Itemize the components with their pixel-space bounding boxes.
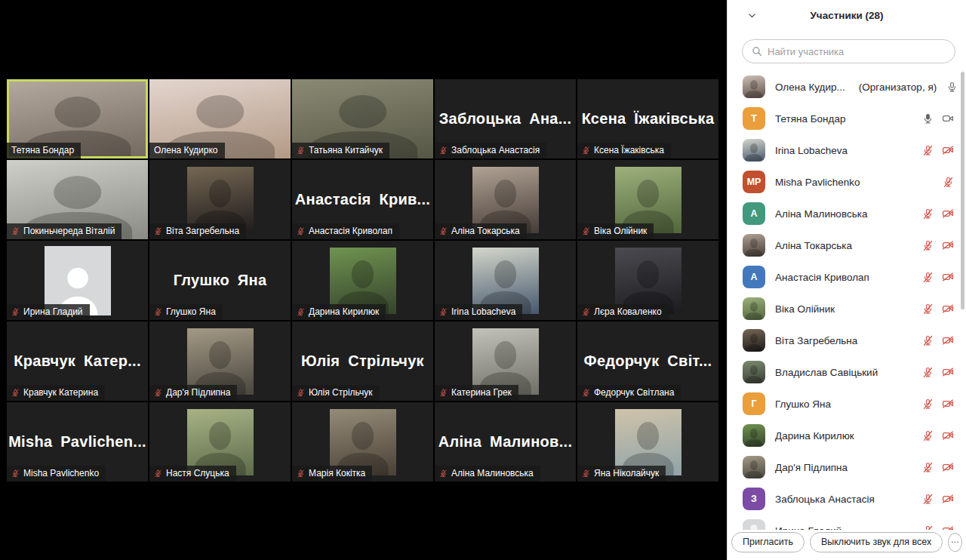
participant-row[interactable]: Владислав Савіцький	[743, 356, 954, 388]
participant-avatar	[743, 456, 765, 478]
participant-row[interactable]: Дарина Кирилюк	[743, 420, 954, 451]
participant-name: Аліна Малиновська	[775, 208, 867, 220]
tile-name-label: Анастасія Криволап	[292, 223, 399, 239]
tile-name-text: Олена Кудирко	[154, 145, 218, 155]
participant-avatar: Г	[743, 392, 765, 415]
participant-row[interactable]: Олена Кудир... (Организатор, я)	[743, 71, 954, 103]
participant-status-icons	[922, 303, 954, 315]
camera-off-icon	[942, 208, 954, 220]
tile-name-label: Юлія Стрільчук	[292, 385, 380, 401]
video-tile[interactable]: Яна Ніколайчук	[577, 402, 718, 482]
tile-name-text: Яна Ніколайчук	[594, 468, 659, 478]
mic-muted-icon	[439, 227, 448, 235]
tile-name-text: Аліна Токарська	[451, 226, 520, 236]
person-figure	[743, 75, 765, 98]
tile-name-text: Настя Слуцька	[166, 468, 229, 478]
mic-muted-icon	[11, 389, 20, 397]
participant-status-icons	[922, 461, 954, 473]
tile-name-label: Аліна Токарська	[435, 223, 527, 239]
participant-avatar	[743, 234, 765, 257]
video-tile[interactable]: Дар'я Підлипна	[149, 322, 291, 401]
invite-button[interactable]: Пригласить	[731, 532, 804, 552]
video-tile[interactable]: Ирина Гладий	[7, 241, 148, 320]
video-tile[interactable]: Irina Lobacheva	[435, 241, 576, 320]
tile-name-text: Дарина Кирилюк	[309, 306, 379, 317]
video-tile[interactable]: Глушко Яна Глушко Яна	[149, 241, 291, 320]
participant-avatar: А	[743, 202, 765, 225]
participants-title: Участники (28)	[810, 10, 883, 21]
participant-row[interactable]: MP Misha Pavlichenko	[743, 166, 954, 198]
participant-status-icons	[922, 112, 954, 125]
more-options-button[interactable]: ...	[948, 533, 962, 552]
video-tile[interactable]: Тетяна Бондар	[7, 79, 148, 158]
video-tile[interactable]: Віта Загребельна	[149, 160, 291, 239]
video-tile[interactable]: Кравчук Катер... Кравчук Катерина	[7, 322, 148, 401]
video-tile[interactable]: Лєра Коваленко	[577, 241, 718, 320]
person-figure	[743, 234, 765, 257]
mic-muted-icon	[922, 145, 934, 156]
mic-muted-icon	[297, 469, 305, 478]
tile-name-text: Віка Олійник	[594, 226, 647, 236]
mute-all-button[interactable]: Выключить звук для всех	[810, 532, 943, 552]
tile-name-label: Дарина Кирилюк	[292, 304, 386, 320]
video-tile[interactable]: Настя Слуцька	[149, 402, 291, 482]
search-input[interactable]	[768, 46, 946, 57]
video-tile[interactable]: Заблоцька Ана... Заблоцька Анастасія	[435, 79, 576, 158]
chevron-down-icon[interactable]	[744, 8, 759, 23]
participant-name: Дарина Кирилюк	[775, 430, 854, 442]
tile-name-text: Ксена Їжаківська	[594, 145, 664, 155]
video-tile[interactable]: Марія Кокітка	[292, 402, 433, 482]
participant-name: Віта Загребельна	[775, 335, 857, 346]
participant-row[interactable]: З Заблоцька Анастасія	[743, 483, 954, 515]
video-tile[interactable]: Татьяна Китайчук	[292, 79, 433, 158]
video-tile[interactable]: Дарина Кирилюк	[292, 241, 433, 320]
panel-scrollbar[interactable]	[961, 72, 964, 309]
video-tile[interactable]: Покиньчереда Віталій	[7, 160, 148, 239]
video-tile[interactable]: Анастасія Крив... Анастасія Криволап	[292, 160, 433, 239]
tile-name-label: Тетяна Бондар	[7, 143, 81, 158]
camera-off-icon	[942, 525, 954, 530]
video-tile[interactable]: Ксена Їжаківська Ксена Їжаківська	[577, 79, 718, 158]
participant-row[interactable]: А Анастасія Криволап	[743, 261, 954, 293]
participant-name: Глушко Яна	[775, 398, 831, 410]
video-tile[interactable]: Олена Кудирко	[149, 79, 291, 158]
participant-avatar	[743, 361, 765, 383]
video-tile[interactable]: Федорчук Світ... Федорчук Світлана	[577, 322, 718, 401]
participant-row[interactable]: Ирина Гладий	[743, 515, 954, 530]
participant-role: (Организатор, я)	[859, 82, 937, 93]
participant-name: Аліна Токарська	[775, 240, 852, 251]
participant-row[interactable]: А Аліна Малиновська	[743, 198, 954, 229]
mic-muted-icon	[922, 398, 934, 410]
participant-row[interactable]: Т Тетяна Бондар	[743, 103, 954, 134]
mic-muted-icon	[582, 469, 590, 478]
participant-row[interactable]: Г Глушко Яна	[743, 388, 954, 420]
participant-name: Тетяна Бондар	[775, 113, 845, 125]
video-tile[interactable]: Аліна Малинов... Аліна Малиновська	[435, 402, 576, 482]
mic-muted-icon	[154, 227, 162, 235]
mic-muted-icon	[11, 227, 20, 235]
mic-muted-icon	[154, 389, 162, 397]
participant-avatar: Т	[743, 107, 765, 130]
video-tile[interactable]: Віка Олійник	[577, 160, 718, 239]
participant-status-icons	[922, 144, 954, 156]
tile-name-label: Ирина Гладий	[7, 304, 90, 320]
tile-name-text: Віта Загребельна	[166, 226, 239, 236]
mic-muted-icon	[154, 308, 162, 316]
participant-row[interactable]: Віка Олійник	[743, 293, 954, 325]
camera-off-icon	[942, 398, 954, 410]
participant-avatar: MP	[743, 171, 765, 193]
participant-status-icons	[922, 525, 954, 530]
mic-muted-icon	[582, 308, 590, 316]
video-tile[interactable]: Аліна Токарська	[435, 160, 576, 239]
participant-row[interactable]: Віта Загребельна	[743, 325, 954, 356]
participant-row[interactable]: Аліна Токарська	[743, 229, 954, 261]
search-box[interactable]	[742, 39, 955, 63]
participant-row[interactable]: Дар'я Підлипна	[743, 451, 954, 483]
video-tile[interactable]: Катерина Грек	[435, 322, 576, 401]
search-icon	[752, 46, 762, 57]
video-tile[interactable]: Misha Pavlichen... Misha Pavlichenko	[7, 402, 148, 482]
video-tile[interactable]: Юлія Стрільчук Юлія Стрільчук	[292, 322, 433, 401]
mic-muted-icon	[943, 177, 954, 188]
participant-row[interactable]: Irina Lobacheva	[743, 134, 954, 166]
participant-avatar: З	[743, 488, 765, 510]
